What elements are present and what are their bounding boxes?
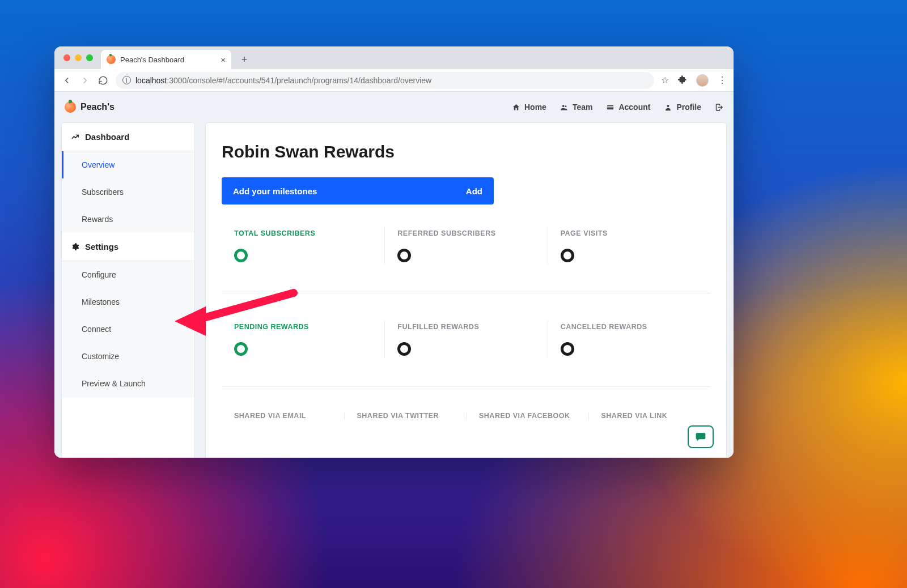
svg-point-0 <box>562 105 565 107</box>
sidebar-item-configure[interactable]: Configure <box>62 261 194 288</box>
browser-window: Peach's Dashboard × + i localhost:3000/c… <box>54 46 734 458</box>
sidebar-section-settings[interactable]: Settings <box>62 233 194 261</box>
sidebar-dashboard-items: Overview Subscribers Rewards <box>62 151 194 233</box>
logout-icon <box>715 103 723 112</box>
stat-value <box>234 249 248 262</box>
omnibox[interactable]: i localhost:3000/console/#!/accounts/541… <box>116 72 654 89</box>
stat-pending-rewards: PENDING REWARDS <box>222 321 384 358</box>
svg-rect-3 <box>607 106 613 107</box>
shared-via-email: SHARED VIA EMAIL <box>222 412 344 420</box>
address-bar: i localhost:3000/console/#!/accounts/541… <box>54 69 734 92</box>
extensions-icon[interactable] <box>678 75 687 86</box>
close-tab-icon[interactable]: × <box>221 55 226 65</box>
main-panel: Robin Swan Rewards Add your milestones A… <box>205 122 727 458</box>
stat-value <box>397 342 411 356</box>
stat-value <box>234 342 248 356</box>
nav-team[interactable]: Team <box>560 103 593 112</box>
cta-text: Add your milestones <box>233 186 317 196</box>
app-shell: Peach's Home Team Account <box>54 92 734 458</box>
nav-logout[interactable] <box>715 103 723 112</box>
browser-menu-icon[interactable]: ⋮ <box>718 75 727 86</box>
reload-button[interactable] <box>98 75 109 86</box>
tab-title: Peach's Dashboard <box>120 56 184 64</box>
window-zoom[interactable] <box>86 54 93 61</box>
stat-value <box>397 249 411 262</box>
page-title: Robin Swan Rewards <box>222 142 710 161</box>
shared-via-twitter: SHARED VIA TWITTER <box>344 412 467 420</box>
add-milestones-bar[interactable]: Add your milestones Add <box>222 177 494 204</box>
chat-icon <box>695 431 706 442</box>
stat-cancelled-rewards: CANCELLED REWARDS <box>548 321 710 358</box>
stat-fulfilled-rewards: FULFILLED REWARDS <box>384 321 547 358</box>
peach-favicon-icon <box>107 55 116 64</box>
window-controls <box>63 54 93 61</box>
stat-referred-subscribers: REFERRED SUBSCRIBERS <box>384 227 547 265</box>
home-icon <box>512 103 520 112</box>
sidebar-settings-items: Configure Milestones Connect Customize P… <box>62 261 194 397</box>
team-icon <box>560 103 569 112</box>
url-text: localhost:3000/console/#!/accounts/541/p… <box>135 76 431 85</box>
brand[interactable]: Peach's <box>65 101 115 113</box>
brand-name: Peach's <box>80 102 115 112</box>
back-button[interactable] <box>61 75 73 86</box>
svg-point-4 <box>667 105 669 107</box>
sidebar-item-overview[interactable]: Overview <box>62 151 194 178</box>
chart-icon <box>71 133 79 141</box>
shared-via-link: SHARED VIA LINK <box>588 412 711 420</box>
desktop-wallpaper: Peach's Dashboard × + i localhost:3000/c… <box>0 0 907 588</box>
stat-value <box>561 342 574 356</box>
forward-button[interactable] <box>79 75 91 86</box>
stats-row-2: PENDING REWARDS FULFILLED REWARDS CANCEL… <box>222 321 710 387</box>
sidebar-item-preview-launch[interactable]: Preview & Launch <box>62 370 194 397</box>
sidebar-item-milestones[interactable]: Milestones <box>62 288 194 316</box>
chat-fab[interactable] <box>688 425 714 448</box>
cta-action[interactable]: Add <box>466 186 482 196</box>
nav-account[interactable]: Account <box>606 103 650 112</box>
nav-home[interactable]: Home <box>512 103 546 112</box>
stat-value <box>561 249 574 262</box>
stat-total-subscribers: TOTAL SUBSCRIBERS <box>222 227 384 265</box>
tabstrip: Peach's Dashboard × + <box>54 46 734 69</box>
nav-profile[interactable]: Profile <box>664 103 701 112</box>
gear-icon <box>71 242 79 251</box>
stat-page-visits: PAGE VISITS <box>548 227 710 265</box>
bookmark-icon[interactable]: ☆ <box>661 75 669 86</box>
sidebar-section-dashboard[interactable]: Dashboard <box>62 123 194 151</box>
shared-row: SHARED VIA EMAIL SHARED VIA TWITTER SHAR… <box>222 412 710 420</box>
stats-row-1: TOTAL SUBSCRIBERS REFERRED SUBSCRIBERS P… <box>222 227 710 293</box>
browser-tab[interactable]: Peach's Dashboard × <box>101 50 231 69</box>
profile-avatar-icon[interactable] <box>696 74 709 87</box>
sidebar-item-customize[interactable]: Customize <box>62 343 194 370</box>
window-minimize[interactable] <box>75 54 82 61</box>
window-close[interactable] <box>63 54 70 61</box>
svg-point-1 <box>565 105 566 107</box>
app-topbar: Peach's Home Team Account <box>54 92 734 122</box>
sidebar-item-rewards[interactable]: Rewards <box>62 206 194 233</box>
sidebar-item-subscribers[interactable]: Subscribers <box>62 178 194 206</box>
site-info-icon[interactable]: i <box>122 76 131 84</box>
topnav: Home Team Account Profile <box>512 103 723 112</box>
new-tab-button[interactable]: + <box>236 51 253 68</box>
card-icon <box>606 103 614 112</box>
shared-via-facebook: SHARED VIA FACEBOOK <box>466 412 588 420</box>
sidebar: Dashboard Overview Subscribers Rewards S… <box>61 122 195 458</box>
sidebar-item-connect[interactable]: Connect <box>62 316 194 343</box>
user-icon <box>664 103 672 112</box>
peach-logo-icon <box>65 101 76 113</box>
